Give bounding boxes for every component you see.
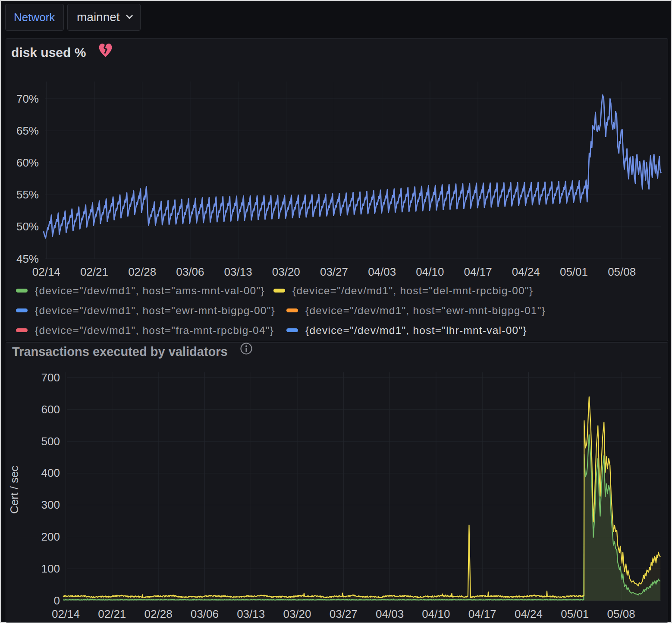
- svg-text:03/20: 03/20: [272, 265, 300, 278]
- svg-text:60%: 60%: [16, 156, 39, 169]
- svg-text:05/01: 05/01: [561, 607, 589, 620]
- svg-text:03/27: 03/27: [320, 265, 348, 278]
- svg-text:04/10: 04/10: [416, 265, 444, 278]
- svg-text:600: 600: [41, 403, 60, 416]
- svg-text:05/08: 05/08: [608, 265, 636, 278]
- svg-text:04/10: 04/10: [422, 607, 450, 620]
- svg-text:65%: 65%: [16, 124, 39, 137]
- svg-text:03/13: 03/13: [237, 607, 265, 620]
- svg-text:04/24: 04/24: [512, 265, 540, 278]
- svg-text:45%: 45%: [16, 252, 39, 265]
- svg-text:02/21: 02/21: [80, 265, 108, 278]
- svg-text:05/01: 05/01: [560, 265, 588, 278]
- svg-text:03/13: 03/13: [224, 265, 252, 278]
- svg-text:02/28: 02/28: [144, 607, 173, 620]
- svg-text:200: 200: [41, 530, 60, 543]
- svg-text:400: 400: [41, 466, 60, 479]
- svg-text:02/28: 02/28: [128, 265, 156, 278]
- svg-text:100: 100: [41, 562, 60, 575]
- svg-text:03/06: 03/06: [176, 265, 204, 278]
- svg-text:05/08: 05/08: [607, 607, 635, 620]
- svg-text:Cert / sec: Cert / sec: [8, 466, 21, 513]
- svg-text:70%: 70%: [16, 92, 39, 105]
- svg-text:700: 700: [41, 371, 60, 384]
- svg-text:500: 500: [41, 435, 60, 448]
- svg-text:03/20: 03/20: [283, 607, 311, 620]
- svg-text:300: 300: [41, 498, 60, 511]
- svg-text:03/27: 03/27: [330, 607, 358, 620]
- svg-text:04/03: 04/03: [376, 607, 404, 620]
- svg-text:04/24: 04/24: [515, 607, 543, 620]
- svg-text:03/06: 03/06: [191, 607, 219, 620]
- svg-text:02/14: 02/14: [32, 265, 60, 278]
- svg-text:0: 0: [54, 594, 60, 607]
- svg-text:50%: 50%: [16, 220, 39, 233]
- svg-text:02/14: 02/14: [52, 607, 80, 620]
- svg-text:04/17: 04/17: [468, 607, 496, 620]
- svg-text:55%: 55%: [16, 188, 39, 201]
- svg-text:04/03: 04/03: [368, 265, 396, 278]
- svg-text:02/21: 02/21: [98, 607, 126, 620]
- svg-text:04/17: 04/17: [464, 265, 492, 278]
